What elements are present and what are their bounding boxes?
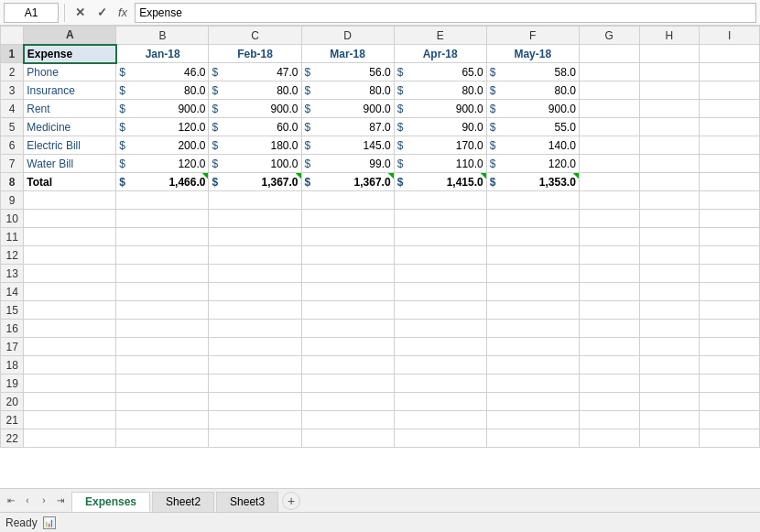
cell-C3[interactable]: $80.0 xyxy=(209,81,301,100)
col-header-G[interactable]: G xyxy=(579,27,639,45)
cell-H5[interactable] xyxy=(639,118,700,136)
cell-I4[interactable] xyxy=(700,100,760,118)
cancel-formula-button[interactable]: ✕ xyxy=(71,4,89,22)
cell-D4[interactable]: $900.0 xyxy=(301,100,394,118)
cell-I1[interactable] xyxy=(700,45,760,63)
cell-C5[interactable]: $60.0 xyxy=(209,118,301,136)
tab-expenses[interactable]: Expenses xyxy=(71,492,150,512)
cell-B8[interactable]: $1,466.0 xyxy=(116,173,209,191)
cell-A8[interactable]: Total xyxy=(24,173,116,191)
cell-G5[interactable] xyxy=(579,118,639,136)
tab-last-button[interactable]: ⇥ xyxy=(53,494,68,508)
cell-G7[interactable] xyxy=(579,155,639,173)
col-header-A[interactable]: A xyxy=(24,27,116,45)
spreadsheet: ✕ ✓ fx xyxy=(0,0,760,532)
cell-E6[interactable]: $170.0 xyxy=(394,136,486,155)
cell-G1[interactable] xyxy=(579,45,639,63)
cell-F8[interactable]: $1,353.0 xyxy=(486,173,579,191)
tab-sheet2[interactable]: Sheet2 xyxy=(152,492,214,512)
cell-I3[interactable] xyxy=(700,81,760,100)
cell-H1[interactable] xyxy=(639,45,700,63)
cell-I8[interactable] xyxy=(700,173,760,191)
cell-C6[interactable]: $180.0 xyxy=(209,136,301,155)
cell-reference-box[interactable] xyxy=(4,3,59,23)
col-header-I[interactable]: I xyxy=(700,27,760,45)
cell-E7[interactable]: $110.0 xyxy=(394,155,486,173)
cell-D6[interactable]: $145.0 xyxy=(301,136,394,155)
cell-F2[interactable]: $58.0 xyxy=(486,63,579,81)
status-bar: Ready 📊 xyxy=(0,512,760,532)
cell-C7[interactable]: $100.0 xyxy=(209,155,301,173)
tab-prev-button[interactable]: ‹ xyxy=(20,494,35,508)
col-header-D[interactable]: D xyxy=(301,27,394,45)
cell-D1[interactable]: Mar-18 xyxy=(301,45,394,63)
cell-B6[interactable]: $200.0 xyxy=(116,136,209,155)
cell-A4[interactable]: Rent xyxy=(24,100,116,118)
row-number: 7 xyxy=(1,155,24,173)
cell-E1[interactable]: Apr-18 xyxy=(394,45,486,63)
col-header-H[interactable]: H xyxy=(639,27,700,45)
cell-D3[interactable]: $80.0 xyxy=(301,81,394,100)
table-row: 17 xyxy=(1,338,760,356)
cell-C4[interactable]: $900.0 xyxy=(209,100,301,118)
add-sheet-button[interactable]: + xyxy=(282,492,300,510)
cell-H7[interactable] xyxy=(639,155,700,173)
cell-B2[interactable]: $46.0 xyxy=(116,63,209,81)
cell-A7[interactable]: Water Bill xyxy=(24,155,116,173)
col-header-E[interactable]: E xyxy=(394,27,486,45)
cell-E3[interactable]: $80.0 xyxy=(394,81,486,100)
cell-F5[interactable]: $55.0 xyxy=(486,118,579,136)
cell-F7[interactable]: $120.0 xyxy=(486,155,579,173)
confirm-formula-button[interactable]: ✓ xyxy=(92,4,111,22)
cell-D8[interactable]: $1,367.0 xyxy=(301,173,394,191)
col-header-C[interactable]: C xyxy=(209,27,301,45)
cell-H8[interactable] xyxy=(639,173,700,191)
cell-H4[interactable] xyxy=(639,100,700,118)
cell-B1[interactable]: Jan-18 xyxy=(116,45,209,63)
cell-B5[interactable]: $120.0 xyxy=(116,118,209,136)
cell-G4[interactable] xyxy=(579,100,639,118)
cell-D5[interactable]: $87.0 xyxy=(301,118,394,136)
cell-I7[interactable] xyxy=(700,155,760,173)
cell-A5[interactable]: Medicine xyxy=(24,118,116,136)
formula-input[interactable] xyxy=(135,3,756,23)
tab-next-button[interactable]: › xyxy=(37,494,51,508)
cell-F1[interactable]: May-18 xyxy=(486,45,579,63)
tab-first-button[interactable]: ⇤ xyxy=(4,494,18,508)
cell-B4[interactable]: $900.0 xyxy=(116,100,209,118)
cell-I2[interactable] xyxy=(700,63,760,81)
cell-G2[interactable] xyxy=(579,63,639,81)
col-header-F[interactable]: F xyxy=(486,27,579,45)
cell-B7[interactable]: $120.0 xyxy=(116,155,209,173)
cell-A2[interactable]: Phone xyxy=(24,63,116,81)
col-header-B[interactable]: B xyxy=(116,27,209,45)
cell-F3[interactable]: $80.0 xyxy=(486,81,579,100)
cell-A3[interactable]: Insurance xyxy=(24,81,116,100)
cell-E4[interactable]: $900.0 xyxy=(394,100,486,118)
row-number: 13 xyxy=(1,265,24,283)
cell-A6[interactable]: Electric Bill xyxy=(24,136,116,155)
cell-D7[interactable]: $99.0 xyxy=(301,155,394,173)
cell-I6[interactable] xyxy=(700,136,760,155)
cell-A1[interactable]: Expense xyxy=(24,45,116,63)
cell-C8[interactable]: $1,367.0 xyxy=(209,173,301,191)
cell-G8[interactable] xyxy=(579,173,639,191)
cell-I5[interactable] xyxy=(700,118,760,136)
cell-H6[interactable] xyxy=(639,136,700,155)
cell-C2[interactable]: $47.0 xyxy=(209,63,301,81)
cell-D2[interactable]: $56.0 xyxy=(301,63,394,81)
cell-H3[interactable] xyxy=(639,81,700,100)
cell-F4[interactable]: $900.0 xyxy=(486,100,579,118)
cell-E2[interactable]: $65.0 xyxy=(394,63,486,81)
cell-G6[interactable] xyxy=(579,136,639,155)
scroll-area[interactable]: A B C D E F G H I 1 Expense xyxy=(0,26,760,488)
cell-C1[interactable]: Feb-18 xyxy=(209,45,301,63)
cell-F6[interactable]: $140.0 xyxy=(486,136,579,155)
cell-H2[interactable] xyxy=(639,63,700,81)
cell-B3[interactable]: $80.0 xyxy=(116,81,209,100)
cell-G3[interactable] xyxy=(579,81,639,100)
tab-sheet3[interactable]: Sheet3 xyxy=(216,492,278,512)
cell-E5[interactable]: $90.0 xyxy=(394,118,486,136)
formula-bar-icons: ✕ ✓ xyxy=(71,4,111,22)
cell-E8[interactable]: $1,415.0 xyxy=(394,173,486,191)
